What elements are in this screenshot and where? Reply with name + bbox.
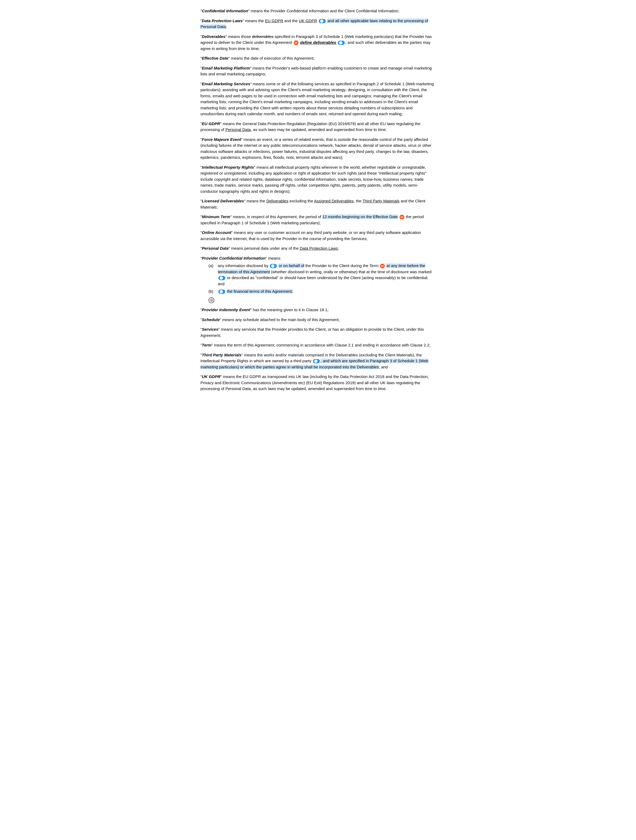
add-item-button-wrapper: ⊕ [208, 296, 436, 303]
sublist-label-a: (a) [208, 263, 215, 287]
toggle-provider-a[interactable] [270, 264, 277, 268]
sublist-content-a: any information disclosed by or on behal… [218, 263, 436, 287]
term-eu-gdpr: EU GDPR [202, 122, 220, 126]
term-provider-indemnity-event: Provider Indemnity Event [202, 308, 250, 312]
definition-term: "Term" means the term of this Agreement,… [200, 342, 436, 348]
or-badge-minimum-term: or [400, 215, 404, 219]
definition-force-majeure-event: "Force Majeure Event" means an event, or… [200, 137, 436, 161]
definition-third-party-materials: "Third Party Materials" means the works … [200, 352, 436, 370]
term-deliverables: Deliverables [202, 34, 225, 39]
definition-licensed-deliverables: "Licensed Deliverables" means the Delive… [200, 198, 436, 210]
provider-confidential-sublist: (a) any information disclosed by or on b… [208, 263, 436, 295]
minimum-term-highlight: 12 months beginning on the Effective Dat… [322, 215, 398, 219]
add-sublist-item-button[interactable]: ⊕ [208, 297, 214, 303]
or-badge-provider: or [380, 264, 385, 268]
term-online-account: Online Account [202, 230, 231, 235]
define-deliverables: define deliverables [300, 40, 336, 45]
sublist-content-b: the financial terms of this Agreement; [218, 289, 293, 295]
term-services: Services [202, 327, 218, 332]
term-third-party-materials: Third Party Materials [202, 353, 241, 357]
sublist-label-b: (b) [208, 289, 215, 295]
term-confidential-information: Confidential Information [202, 9, 248, 13]
definition-email-marketing-platform: "Email Marketing Platform" means the Pro… [200, 65, 436, 77]
highlight-on-behalf: or on behalf of [279, 263, 304, 268]
term-provider-confidential-information: Provider Confidential Information [202, 256, 265, 261]
sublist-item-a: (a) any information disclosed by or on b… [208, 263, 436, 287]
definition-email-marketing-services: "Email Marketing Services" means some or… [200, 81, 436, 117]
term-email-marketing-platform: Email Marketing Platform [202, 66, 250, 70]
sublist-item-b: (b) the financial terms of this Agreemen… [208, 289, 436, 295]
highlight-at-any-time: at any time before the termination of th… [218, 263, 425, 274]
definition-deliverables: "Deliverables" means those deliverables … [200, 34, 436, 52]
or-badge-deliverables: or [294, 40, 299, 45]
definition-confidential-information: "Confidential Information" means the Pro… [200, 8, 436, 14]
term-force-majeure-event: Force Majeure Event [202, 137, 241, 142]
definition-provider-indemnity-event: "Provider Indemnity Event" has the meani… [200, 307, 436, 313]
eu-gdpr-link: EU GDPR [265, 19, 283, 23]
term-term: Term [202, 343, 211, 347]
term-personal-data: Personal Data [202, 246, 228, 251]
definition-minimum-term: "Minimum Term" means, in respect of this… [200, 214, 436, 226]
toggle-provider-a2[interactable] [218, 276, 225, 280]
definition-schedule: "Schedule" means any schedule attached t… [200, 317, 436, 323]
term-intellectual-property-rights: Intellectual Property Rights [202, 165, 254, 169]
term-email-marketing-services: Email Marketing Services [202, 82, 250, 86]
data-protection-toggle[interactable] [319, 19, 326, 23]
definition-effective-date: "Effective Date" means the date of execu… [200, 55, 436, 62]
deliverables-link: deliverables [252, 34, 273, 39]
term-minimum-term: Minimum Term [202, 215, 230, 219]
definition-intellectual-property-rights: "Intellectual Property Rights" means all… [200, 164, 436, 195]
definition-eu-gdpr: "EU GDPR" means the General Data Protect… [200, 121, 436, 133]
uk-gdpr-link: UK GDPR [299, 19, 317, 23]
term-effective-date: Effective Date [202, 56, 228, 60]
definition-online-account: "Online Account" means any user or custo… [200, 230, 436, 242]
term-licensed-deliverables: Licensed Deliverables [202, 199, 244, 203]
term-uk-gdpr: UK GDPR [202, 374, 220, 379]
third-party-toggle[interactable] [313, 359, 320, 363]
definition-uk-gdpr: "UK GDPR" means the EU GDPR as transpose… [200, 374, 436, 392]
definition-personal-data: "Personal Data" means personal data unde… [200, 245, 436, 251]
term-schedule: Schedule [202, 317, 220, 322]
toggle-provider-b[interactable] [218, 289, 225, 294]
highlight-financial-terms: the financial terms of this Agreement; [227, 289, 293, 294]
definition-provider-confidential-information: "Provider Confidential Information" mean… [200, 255, 436, 303]
definition-services: "Services" means any services that the P… [200, 327, 436, 338]
deliverables-toggle[interactable] [338, 41, 345, 45]
def-text-confidential-information: means the Provider Confidential Informat… [250, 9, 399, 13]
term-data-protection-laws: Data Protection Laws [202, 19, 242, 23]
definition-data-protection-laws: "Data Protection Laws" means the EU GDPR… [200, 18, 436, 30]
